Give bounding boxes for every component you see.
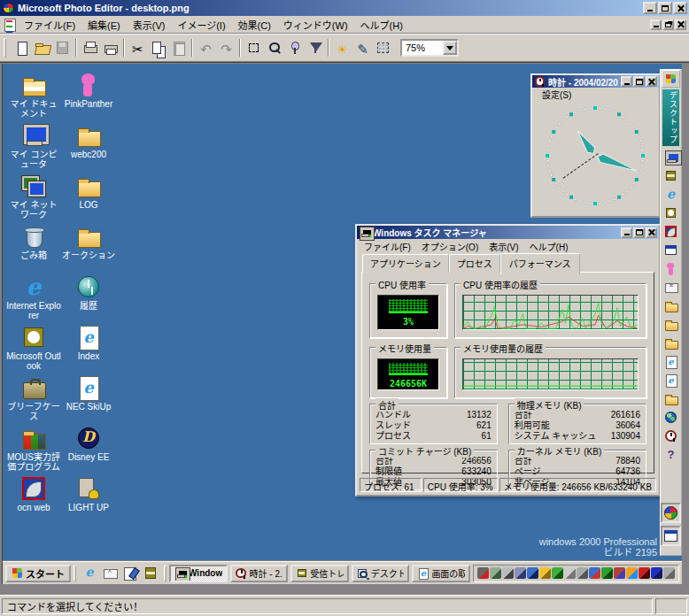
tray-pen-icon[interactable] [577,567,588,579]
desktop-icon-folder[interactable]: オークション [61,224,116,274]
desktop-icon-computer[interactable]: マイ コンピュータ [6,123,61,173]
desktop-icon-docfolder[interactable]: マイ ドキュメント [6,73,61,123]
menu-item-4[interactable]: 効果(C) [232,16,277,34]
tray-audio-device-icon[interactable] [490,567,501,579]
desktop-icon-recycle[interactable]: ごみ箱 [6,224,61,274]
desktop-toolbar-item-help[interactable] [662,445,680,464]
desktop-toolbar-item-inbox[interactable] [662,166,680,185]
desktop-icon-disney[interactable]: Disney EE [61,426,116,476]
redo-button[interactable] [216,38,236,58]
new-button[interactable] [12,38,32,58]
task-button-1[interactable]: 時計 - 2.. [230,565,289,582]
desktop-toolbar-item-globe[interactable] [662,408,680,427]
tray-monitor-icon[interactable] [614,567,625,579]
sharpen-button[interactable] [305,38,325,58]
pen-button[interactable] [352,38,373,58]
tray-volume-icon[interactable] [502,567,514,579]
quick-launch-inbox[interactable] [142,565,159,581]
desktop-icon-iedoc[interactable]: Index [61,325,116,375]
task-button-0[interactable]: Window... [169,565,228,582]
tray-display-icon[interactable] [515,567,526,579]
tm-minimize-button[interactable] [621,227,632,238]
tab-0[interactable]: アプリケーション [362,254,449,273]
desktop-icon-folder[interactable]: LOG [61,173,116,224]
desktop-toolbar-item-ie[interactable] [662,185,680,204]
tm-menu-item-0[interactable]: ファイル(F) [359,238,416,255]
close-button[interactable] [673,2,687,14]
taskbar-separator[interactable] [164,566,166,581]
tray-pc-icon[interactable] [663,567,675,579]
desktop-toolbar-item-folder[interactable] [662,296,680,315]
menu-item-3[interactable]: イメージ(I) [171,16,231,34]
tm-maximize-button[interactable] [633,227,645,238]
undo-button[interactable] [196,38,216,58]
tray-red-app-icon[interactable] [639,567,650,579]
task-button-4[interactable]: 画面の取.. [412,565,470,582]
desktop-icon-outlook[interactable]: Microsoft Outlook [6,325,61,375]
desktop-toolbar-item-folder[interactable] [662,334,680,352]
desktop-icon-panther[interactable]: PinkPanther [61,73,116,123]
tray-user-icon[interactable] [589,567,600,579]
desktop-icon-history[interactable]: 履歴 [61,274,116,325]
copy-button[interactable] [148,38,168,58]
balance-button[interactable] [332,38,352,58]
task-button-2[interactable]: 受信トレイ.. [290,565,349,582]
menu-item-6[interactable]: ヘルプ(H) [354,16,409,34]
quick-launch-showdesk[interactable] [121,565,139,581]
start-button[interactable]: スタート [5,565,71,582]
zoom-dropdown-button[interactable] [443,41,457,55]
tray-ime-icon[interactable] [527,567,538,579]
desktop-toolbar-bottom-pedit[interactable] [661,503,681,523]
desktop-icon-ie[interactable]: Internet Explorer [6,274,61,325]
tray-color-app-icon[interactable] [626,567,638,579]
toolbar-grip[interactable] [4,38,6,58]
desktop-toolbar-item-folder[interactable] [662,389,680,408]
zoom-combobox[interactable]: 75% [400,39,459,57]
desktop-icon-lightup[interactable]: LIGHT UP [61,476,116,527]
tm-menu-item-1[interactable]: オプション(O) [416,238,484,255]
effects-button[interactable] [373,38,393,58]
desktop-icon-iedoc[interactable]: NEC SkiUp [61,375,116,426]
tab-2[interactable]: パフォーマンス [500,253,580,274]
task-button-3[interactable]: デスクトップ [352,565,410,582]
select-button[interactable] [244,38,264,58]
maximize-button[interactable] [658,2,672,14]
desktop-icon-briefcase[interactable]: ブリーフケース [6,375,61,426]
mdi-restore-button[interactable] [662,19,674,30]
open-button[interactable] [32,38,52,58]
clock-window[interactable]: 時計 - 2004/02/20 設定(S) [530,73,661,218]
zoom-button[interactable] [264,38,284,58]
menu-item-0[interactable]: ファイル(F) [18,16,81,34]
tray-n-app-icon[interactable] [651,567,662,579]
mdi-minimize-button[interactable] [650,19,662,30]
minimize-button[interactable] [643,2,657,14]
save-button[interactable] [52,38,73,58]
desktop-toolbar-item-satellite[interactable] [662,222,680,241]
tray-green-app-icon[interactable] [601,567,613,579]
document-icon[interactable] [3,18,16,31]
desktop-toolbar-item-mail[interactable] [662,278,680,296]
desktop-icon-programfolder[interactable]: MOUS実力評価プログラム [6,426,61,476]
menu-item-1[interactable]: 編集(E) [81,16,127,34]
tray-scheduler-icon[interactable] [564,567,576,579]
desktop-icon-network[interactable]: マイ ネットワーク [6,173,61,224]
desktop-image[interactable]: マイ ドキュメントマイ コンピュータマイ ネットワークごみ箱Internet E… [2,64,682,584]
desktop-toolbar-item-folder[interactable] [662,315,680,334]
smudge-button[interactable] [284,38,305,58]
clock-minimize-button[interactable] [621,76,632,87]
tray-modem-icon[interactable] [477,567,489,579]
clock-close-button[interactable] [646,76,657,87]
mdi-close-button[interactable] [675,19,686,30]
tray-antivirus-icon[interactable] [552,567,563,579]
desktop-icon-folder[interactable]: webc200 [61,123,116,173]
desktop-toolbar-item-outlook[interactable] [662,204,680,222]
tm-close-button[interactable] [646,227,657,238]
menu-item-5[interactable]: ウィンドウ(W) [277,16,354,34]
windows-flag-button[interactable] [662,70,680,88]
desktop-toolbar-title[interactable]: デスクトップ [662,89,679,146]
taskbar-separator[interactable] [74,566,76,581]
desktop-icon-satellite[interactable]: ocn web [6,476,61,527]
desktop-toolbar-item-clockface[interactable] [662,427,680,445]
tab-1[interactable]: プロセス [449,254,500,273]
desktop-toolbar-item-computer[interactable] [662,148,680,166]
